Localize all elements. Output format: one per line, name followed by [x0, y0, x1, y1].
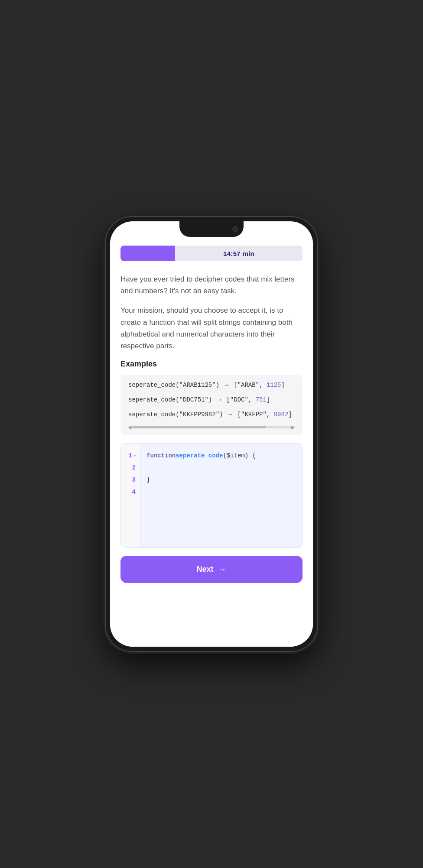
example-1-number: 1125	[267, 382, 281, 389]
example-2-prefix: ["DDC",	[226, 396, 255, 403]
function-params: ($item) {	[223, 452, 256, 459]
code-example-2: seperate_code("DDC751") → ["DDC", 751]	[128, 396, 295, 403]
example-3-number: 9982	[274, 411, 289, 418]
example-2-suffix: ]	[267, 396, 270, 403]
scroll-arrow-right-icon: ▶	[291, 425, 295, 430]
intro-paragraph-2: Your mission, should you choose to accep…	[120, 304, 303, 352]
line-num-4: 4	[129, 489, 136, 496]
progress-bar-filled	[120, 246, 175, 261]
example-3-suffix: ]	[288, 411, 292, 418]
example-2-number: 751	[256, 396, 267, 403]
line-number-row-2: 2	[129, 462, 136, 474]
scrollbar-indicator[interactable]: ◀ ▶	[128, 426, 295, 428]
next-arrow-icon: →	[218, 564, 227, 574]
code-line-4	[146, 486, 296, 498]
keyword-function: function	[146, 452, 176, 459]
line-number-row-1: 1 ▾	[125, 450, 136, 462]
scrollbar-thumb	[133, 426, 266, 428]
example-3-arrow: →	[228, 411, 236, 418]
code-examples-box: seperate_code("ARAB1125") → ["ARAB", 112…	[120, 375, 303, 435]
code-line-2	[146, 462, 296, 474]
code-example-3: seperate_code("KKFPP9982") → ["KKFPP", 9…	[128, 411, 295, 418]
code-line-1: function seperate_code ($item) {	[146, 450, 296, 462]
notch	[179, 221, 244, 237]
code-editor-body: 1 ▾ 2 3 4	[121, 444, 302, 547]
example-1-arrow: →	[225, 382, 232, 389]
phone-frame: 14:57 min Have you ever tried to deciphe…	[106, 217, 317, 651]
examples-heading: Examples	[120, 360, 303, 369]
progress-bar-label: 14:57 min	[175, 250, 303, 257]
phone-screen: 14:57 min Have you ever tried to deciphe…	[110, 221, 313, 647]
code-example-1: seperate_code("ARAB1125") → ["ARAB", 112…	[128, 382, 295, 389]
line-numbers: 1 ▾ 2 3 4	[121, 444, 140, 547]
line-number-row-4: 4	[129, 486, 136, 498]
line-number-row-3: 3	[129, 474, 136, 486]
example-3-prefix: ["KKFPP",	[238, 411, 274, 418]
example-1-prefix: ["ARAB",	[234, 382, 267, 389]
progress-bar-container: 14:57 min	[120, 246, 303, 261]
example-2-arrow: →	[218, 396, 225, 403]
line-num-3: 3	[129, 476, 136, 483]
next-button[interactable]: Next →	[120, 556, 303, 583]
notch-pill	[185, 227, 228, 231]
example-1-call: seperate_code("ARAB1125")	[128, 382, 219, 389]
next-button-label: Next	[196, 565, 213, 574]
scroll-arrow-left-icon: ◀	[128, 425, 132, 430]
example-3-call: seperate_code("KKFPP9982")	[128, 411, 223, 418]
intro-paragraph-1: Have you ever tried to decipher codes th…	[120, 273, 303, 297]
code-editor-content[interactable]: function seperate_code ($item) { }	[140, 444, 302, 547]
line-num-2: 2	[129, 464, 136, 471]
screen-content: 14:57 min Have you ever tried to deciphe…	[110, 237, 313, 647]
code-editor[interactable]: 1 ▾ 2 3 4	[120, 443, 303, 548]
closing-brace: }	[146, 476, 150, 483]
code-line-3: }	[146, 474, 296, 486]
example-1-suffix: ]	[281, 382, 285, 389]
example-2-call: seperate_code("DDC751")	[128, 396, 212, 403]
function-name: seperate_code	[176, 452, 223, 459]
notch-camera	[232, 226, 238, 232]
line-num-1: 1	[125, 452, 132, 459]
collapse-arrow-icon: ▾	[134, 454, 136, 458]
